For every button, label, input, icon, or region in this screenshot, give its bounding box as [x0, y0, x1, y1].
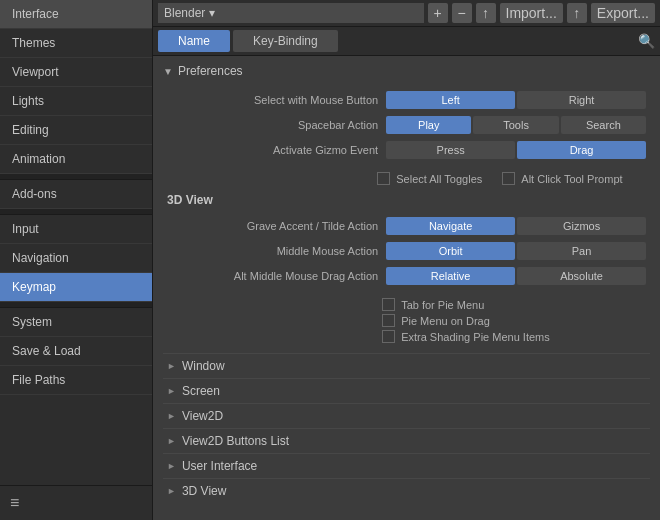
sidebar-item-filepaths[interactable]: File Paths [0, 366, 152, 395]
collapsible-sections: ► Window ► Screen ► View2D ► View2D Butt… [163, 353, 650, 503]
option-relative[interactable]: Relative [386, 267, 515, 285]
view2d-buttons-label: View2D Buttons List [182, 434, 289, 448]
sidebar-item-animation[interactable]: Animation [0, 145, 152, 174]
grave-options: Navigate Gizmos [386, 217, 646, 235]
3d-view-label: 3D View [182, 484, 226, 498]
alt-middle-options: Relative Absolute [386, 267, 646, 285]
tab-keybinding[interactable]: Key-Binding [233, 30, 338, 52]
pref-checkboxes: Select All Toggles Alt Click Tool Prompt [377, 172, 650, 185]
window-label: Window [182, 359, 225, 373]
content-area: ▼ Preferences Select with Mouse Button L… [153, 56, 660, 520]
export-button[interactable]: Export... [591, 3, 655, 23]
option-drag[interactable]: Drag [517, 141, 646, 159]
preferences-table: Select with Mouse Button Left Right Spac… [163, 86, 650, 164]
label-middle-mouse: Middle Mouse Action [163, 240, 382, 262]
sidebar-item-addons[interactable]: Add-ons [0, 180, 152, 209]
preferences-arrow: ▼ [163, 66, 173, 77]
label-select-mouse: Select with Mouse Button [163, 89, 382, 111]
spacebar-options: Play Tools Search [386, 116, 646, 134]
checkbox-select-all-box [377, 172, 390, 185]
sidebar-item-lights[interactable]: Lights [0, 87, 152, 116]
row-gizmo: Activate Gizmo Event Press Drag [163, 139, 650, 161]
view2d-label: View2D [182, 409, 223, 423]
header-bar: Blender ▾ + − ↑ Import... ↑ Export... [153, 0, 660, 27]
row-select-mouse: Select with Mouse Button Left Right [163, 89, 650, 111]
checkbox-tab-pie[interactable]: Tab for Pie Menu [382, 298, 650, 311]
option-tools[interactable]: Tools [473, 116, 558, 134]
checkbox-alt-click-box [502, 172, 515, 185]
user-interface-arrow: ► [167, 461, 176, 471]
option-press[interactable]: Press [386, 141, 515, 159]
export-up-button[interactable]: ↑ [567, 3, 587, 23]
checkbox-extra-shading-label: Extra Shading Pie Menu Items [401, 331, 550, 343]
row-alt-middle: Alt Middle Mouse Drag Action Relative Ab… [163, 265, 650, 287]
view2d-buttons-arrow: ► [167, 436, 176, 446]
sidebar-item-editing[interactable]: Editing [0, 116, 152, 145]
row-spacebar: Spacebar Action Play Tools Search [163, 114, 650, 136]
view3d-checkboxes: Tab for Pie Menu Pie Menu on Drag Extra … [163, 298, 650, 343]
sidebar-footer: ≡ [0, 485, 152, 520]
remove-button[interactable]: − [452, 3, 472, 23]
preferences-section-header: ▼ Preferences [163, 64, 650, 78]
checkbox-tab-pie-box [382, 298, 395, 311]
upload-button[interactable]: ↑ [476, 3, 496, 23]
view3d-label: 3D View [163, 193, 650, 207]
search-button[interactable]: 🔍 [638, 33, 655, 49]
sidebar-item-navigation[interactable]: Navigation [0, 244, 152, 273]
label-alt-middle: Alt Middle Mouse Drag Action [163, 265, 382, 287]
hamburger-icon[interactable]: ≡ [10, 494, 19, 511]
checkbox-extra-shading-box [382, 330, 395, 343]
sidebar-item-themes[interactable]: Themes [0, 29, 152, 58]
option-orbit[interactable]: Orbit [386, 242, 515, 260]
view3d-table: Grave Accent / Tilde Action Navigate Giz… [163, 212, 650, 290]
label-spacebar: Spacebar Action [163, 114, 382, 136]
sidebar-item-viewport[interactable]: Viewport [0, 58, 152, 87]
collapsible-view2d[interactable]: ► View2D [163, 403, 650, 428]
checkbox-extra-shading[interactable]: Extra Shading Pie Menu Items [382, 330, 650, 343]
checkbox-pie-drag[interactable]: Pie Menu on Drag [382, 314, 650, 327]
blender-dropdown[interactable]: Blender ▾ [158, 3, 424, 23]
main-panel: Blender ▾ + − ↑ Import... ↑ Export... Na… [153, 0, 660, 520]
checkbox-select-all-label: Select All Toggles [396, 173, 482, 185]
label-gizmo: Activate Gizmo Event [163, 139, 382, 161]
gizmo-options: Press Drag [386, 141, 646, 159]
collapsible-window[interactable]: ► Window [163, 353, 650, 378]
tabs-row: Name Key-Binding 🔍 [153, 27, 660, 56]
middle-mouse-options: Orbit Pan [386, 242, 646, 260]
view2d-arrow: ► [167, 411, 176, 421]
add-button[interactable]: + [428, 3, 448, 23]
collapsible-3d-view[interactable]: ► 3D View [163, 478, 650, 503]
option-right[interactable]: Right [517, 91, 646, 109]
import-button[interactable]: Import... [500, 3, 563, 23]
sidebar-item-keymap[interactable]: Keymap [0, 273, 152, 302]
sidebar-item-interface[interactable]: Interface [0, 0, 152, 29]
checkbox-alt-click[interactable]: Alt Click Tool Prompt [502, 172, 622, 185]
option-gizmos[interactable]: Gizmos [517, 217, 646, 235]
option-search[interactable]: Search [561, 116, 646, 134]
collapsible-user-interface[interactable]: ► User Interface [163, 453, 650, 478]
label-grave: Grave Accent / Tilde Action [163, 215, 382, 237]
select-mouse-options: Left Right [386, 91, 646, 109]
user-interface-label: User Interface [182, 459, 257, 473]
checkbox-select-all[interactable]: Select All Toggles [377, 172, 482, 185]
checkbox-pie-drag-box [382, 314, 395, 327]
collapsible-view2d-buttons[interactable]: ► View2D Buttons List [163, 428, 650, 453]
option-pan[interactable]: Pan [517, 242, 646, 260]
option-absolute[interactable]: Absolute [517, 267, 646, 285]
sidebar-item-input[interactable]: Input [0, 215, 152, 244]
sidebar: Interface Themes Viewport Lights Editing… [0, 0, 153, 520]
screen-arrow: ► [167, 386, 176, 396]
checkbox-pie-drag-label: Pie Menu on Drag [401, 315, 490, 327]
option-left[interactable]: Left [386, 91, 515, 109]
checkbox-alt-click-label: Alt Click Tool Prompt [521, 173, 622, 185]
sidebar-item-saveload[interactable]: Save & Load [0, 337, 152, 366]
option-play[interactable]: Play [386, 116, 471, 134]
sidebar-item-system[interactable]: System [0, 308, 152, 337]
window-arrow: ► [167, 361, 176, 371]
row-grave: Grave Accent / Tilde Action Navigate Giz… [163, 215, 650, 237]
collapsible-screen[interactable]: ► Screen [163, 378, 650, 403]
option-navigate[interactable]: Navigate [386, 217, 515, 235]
row-middle-mouse: Middle Mouse Action Orbit Pan [163, 240, 650, 262]
checkbox-tab-pie-label: Tab for Pie Menu [401, 299, 484, 311]
tab-name[interactable]: Name [158, 30, 230, 52]
